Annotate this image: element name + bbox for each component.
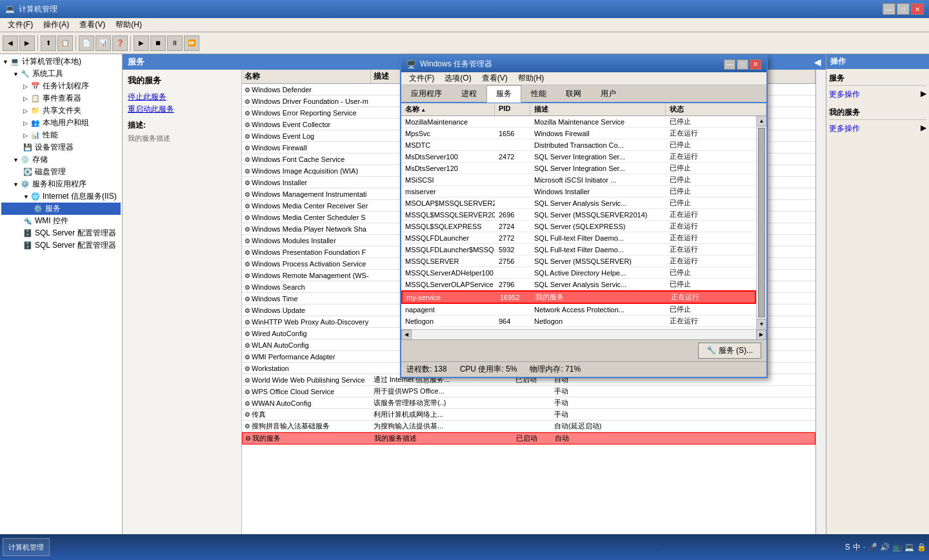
tm-tab-networking[interactable]: 联网 (556, 85, 591, 102)
tree-storage[interactable]: ▼ 💿 存储 (1, 154, 121, 166)
minimize-button[interactable]: — (883, 3, 895, 15)
tm-table-row[interactable]: MpsSvc 1656 Windows Firewall 正在运行 (401, 128, 756, 139)
tm-col-desc[interactable]: 描述 (530, 103, 666, 115)
tm-scrollbar[interactable]: ▲ ▼ (756, 116, 766, 329)
maximize-button[interactable]: □ (897, 3, 910, 15)
tm-tab-apps[interactable]: 应用程序 (401, 85, 452, 102)
toolbar-restart[interactable]: ⏩ (184, 35, 199, 51)
tree-performance[interactable]: ▷ 📊 性能 (1, 129, 121, 141)
tm-table-row[interactable]: MsDtsServer120 SQL Server Integration Se… (401, 163, 756, 174)
tm-service-button[interactable]: 🔧 服务 (S)... (698, 343, 761, 359)
tm-scroll-up[interactable]: ▲ (757, 116, 766, 126)
tm-table-row[interactable]: MSSQLSERVER 2756 SQL Server (MSSQLSERVER… (401, 255, 756, 267)
taskbar-computer-mgmt[interactable]: 计算机管理 (3, 538, 50, 556)
tree-services-apps[interactable]: ▼ ⚙️ 服务和应用程序 (1, 178, 121, 190)
tm-table-row[interactable]: napagent Network Access Protection... 已停… (401, 304, 756, 315)
tree-sql2[interactable]: 🗄️ SQL Server 配置管理器 (1, 239, 121, 252)
tm-scroll-down[interactable]: ▼ (757, 319, 766, 329)
tm-cell-status: 正在运行 (666, 151, 756, 162)
svc-status: 已启动 (514, 433, 552, 444)
stop-service-link[interactable]: 停止此服务 (128, 92, 236, 103)
toolbar-stop[interactable]: ⏹ (150, 35, 166, 51)
toolbar-up[interactable]: ⬆ (41, 35, 56, 51)
toolbar-show-hide[interactable]: 📋 (57, 35, 73, 51)
tree-iis[interactable]: ▼ 🌐 Internet 信息服务(IIS) (1, 190, 121, 203)
tm-table-row[interactable]: MSSQLFDLauncher 2772 SQL Full-text Filte… (401, 232, 756, 244)
tm-table-row[interactable]: MSSQL$SQLEXPRESS 2724 SQL Server (SQLEXP… (401, 221, 756, 232)
svc-login (603, 391, 815, 392)
tm-minimize[interactable]: — (724, 59, 735, 70)
tm-menu-file[interactable]: 文件(F) (404, 72, 439, 85)
tm-icon: 🖥️ (406, 60, 416, 69)
tm-hscroll-left[interactable]: ◀ (401, 330, 412, 340)
menu-help[interactable]: 帮助(H) (110, 18, 147, 32)
tm-table-row[interactable]: my-service 16952 我的服务 正在运行 (401, 290, 756, 304)
tm-col-name[interactable]: 名称 (401, 103, 495, 115)
tm-cell-status: 正在运行 (666, 315, 756, 326)
tm-table-row[interactable]: MSSQLServerADHelper100 SQL Active Direct… (401, 267, 756, 279)
tree-task-scheduler[interactable]: ▷ 📅 任务计划程序 (1, 80, 121, 92)
service-list-item[interactable]: ⚙搜狗拼音输入法基础服务 为搜狗输入法提供基... 自动(延迟启动) (242, 421, 815, 432)
tree-event-viewer-label: 事件查看器 (43, 93, 81, 104)
tm-table-row[interactable]: MSSQLServerOLAPService 2796 SQL Server A… (401, 279, 756, 290)
tm-menu-help[interactable]: 帮助(H) (513, 72, 550, 85)
tm-title-left: 🖥️ Windows 任务管理器 (406, 59, 492, 70)
tm-hscroll-right[interactable]: ▶ (756, 330, 766, 340)
service-list-item[interactable]: ⚙传真 利用计算机或网络上... 手动 (242, 409, 815, 421)
toolbar-back[interactable]: ◀ (3, 35, 18, 51)
tm-table-row[interactable]: msiserver Windows Installer 已停止 (401, 186, 756, 197)
action-more-myservice[interactable]: 更多操作 (829, 123, 926, 135)
tree-system-tools[interactable]: ▼ 🔧 系统工具 (1, 68, 121, 80)
svc-login (603, 414, 815, 415)
service-list-item[interactable]: ⚙WPS Office Cloud Service 用于提供WPS Office… (242, 386, 815, 397)
service-list-item[interactable]: ⚙WWAN AutoConfig 该服务管理移动宽带(..) 手动 (242, 397, 815, 409)
tm-tab-services[interactable]: 服务 (486, 85, 521, 103)
service-list-scrollbar[interactable] (815, 70, 826, 535)
tm-table-row[interactable]: Netlogon 964 Netlogon 正在运行 (401, 315, 756, 327)
tree-disk-mgmt-label: 磁盘管理 (35, 166, 66, 177)
tree-sql1[interactable]: 🗄️ SQL Server 配置管理器 (1, 227, 121, 239)
tm-table-row[interactable]: MsDtsServer100 2472 SQL Server Integrati… (401, 151, 756, 163)
col-name-header[interactable]: 名称 (242, 70, 371, 83)
tm-tab-users[interactable]: 用户 (591, 85, 626, 102)
tree-shared-folders[interactable]: ▷ 📁 共享文件夹 (1, 105, 121, 117)
tm-title-bar: 🖥️ Windows 任务管理器 — □ ✕ (401, 56, 766, 72)
menu-file[interactable]: 文件(F) (3, 18, 38, 32)
tm-table-row[interactable]: MSSQL$MSSQLSERVER2014 2696 SQL Server (M… (401, 209, 756, 221)
tm-menu-view[interactable]: 查看(V) (477, 72, 513, 85)
toolbar-pause[interactable]: ⏸ (167, 35, 183, 51)
menu-view[interactable]: 查看(V) (74, 18, 110, 32)
tm-maximize[interactable]: □ (737, 59, 748, 70)
toolbar-forward[interactable]: ▶ (19, 35, 35, 51)
menu-action[interactable]: 操作(A) (38, 18, 74, 32)
tm-table-row[interactable]: MSiSCSI Microsoft iSCSI Initiator ... 已停… (401, 174, 756, 186)
toolbar-help[interactable]: ❓ (112, 35, 128, 51)
tree-wmi[interactable]: 🔩 WMI 控件 (1, 215, 121, 227)
tree-local-users[interactable]: ▷ 👥 本地用户和组 (1, 117, 121, 129)
tree-root[interactable]: ▼ 💻 计算机管理(本地) (1, 55, 121, 68)
service-list-item[interactable]: ⚙我的服务 我的服务描述 已启动 自动 (242, 432, 815, 445)
tm-close[interactable]: ✕ (750, 59, 761, 70)
tm-table-row[interactable]: MSSQLFDLauncher$MSSQ... 5932 SQL Full-te… (401, 244, 756, 255)
tm-table-row[interactable]: MSOLAP$MSSQLSERVER2014 SQL Server Analys… (401, 197, 756, 209)
tm-table-row[interactable]: MozillaMaintenance Mozilla Maintenance S… (401, 116, 756, 128)
tm-col-status[interactable]: 状态 (666, 103, 766, 115)
collapse-icon[interactable]: ◀ (814, 57, 821, 67)
toolbar-new[interactable]: 📄 (79, 35, 94, 51)
tree-device-mgr[interactable]: 💾 设备管理器 (1, 141, 121, 154)
tm-table-row[interactable]: MSDTC Distributed Transaction Co... 已停止 (401, 139, 756, 151)
tm-menu-options[interactable]: 选项(O) (439, 72, 476, 85)
close-button[interactable]: ✕ (911, 3, 924, 15)
restart-service-link[interactable]: 重启动此服务 (128, 104, 236, 115)
tree-event-viewer[interactable]: ▷ 📋 事件查看器 (1, 92, 121, 105)
action-more-services[interactable]: 更多操作 (829, 88, 926, 101)
tree-disk-mgmt[interactable]: 💽 磁盘管理 (1, 166, 121, 178)
tm-tab-processes[interactable]: 进程 (452, 85, 486, 102)
toolbar-play[interactable]: ▶ (134, 35, 149, 51)
tm-scroll-thumb[interactable] (758, 128, 765, 317)
tm-col-pid[interactable]: PID (495, 103, 530, 115)
toolbar-properties[interactable]: 📊 (95, 35, 111, 51)
tm-tab-performance[interactable]: 性能 (521, 85, 556, 102)
tree-services[interactable]: ⚙️ 服务 (1, 203, 121, 215)
tm-hscroll[interactable]: ◀ ▶ (401, 329, 766, 339)
